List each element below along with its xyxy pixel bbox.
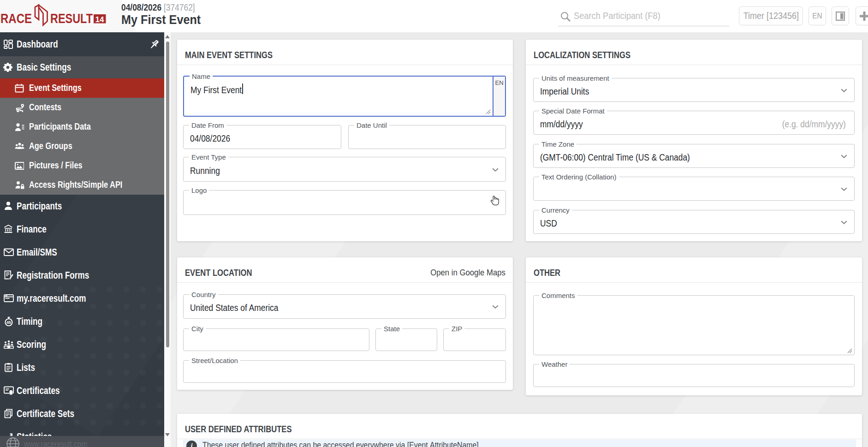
svg-text:45: 45 — [6, 320, 11, 325]
svg-text:14: 14 — [95, 15, 105, 24]
svg-text:RACE: RACE — [0, 11, 32, 26]
svg-text:RESULT: RESULT — [50, 11, 93, 26]
